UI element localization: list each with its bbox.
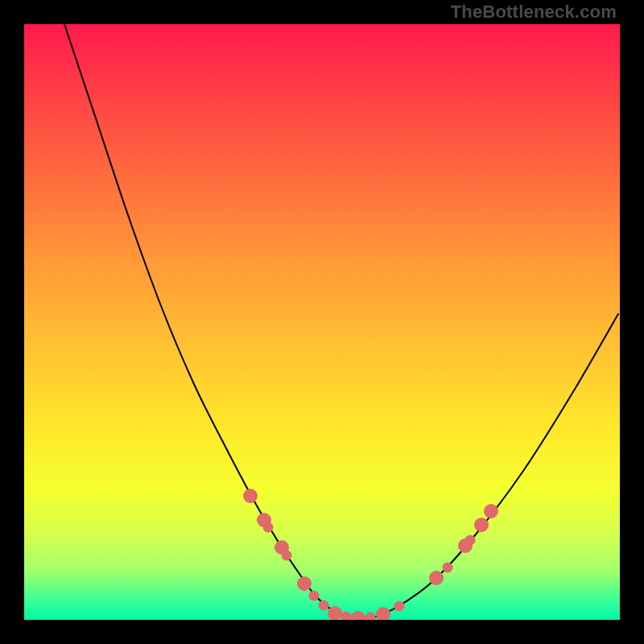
curve-marker [365, 613, 376, 621]
curve-marker [443, 563, 453, 573]
curve-marker [376, 607, 390, 620]
curve-marker [319, 601, 329, 611]
curve-marker [263, 522, 274, 533]
curve-line [64, 24, 618, 618]
chart-area [24, 24, 620, 620]
curve-marker [465, 535, 476, 546]
curve-marker [429, 571, 444, 585]
curve-marker [474, 518, 489, 532]
curve-marker [297, 576, 312, 591]
chart-svg [24, 24, 620, 620]
curve-marker [484, 504, 498, 518]
curve-marker [341, 612, 352, 621]
curve-marker [243, 489, 258, 503]
curve-marker [309, 591, 320, 601]
curve-marker [394, 601, 405, 612]
watermark-text: TheBottleneck.com [451, 2, 617, 23]
curve-marker [282, 551, 292, 561]
curve-marker [351, 611, 365, 620]
